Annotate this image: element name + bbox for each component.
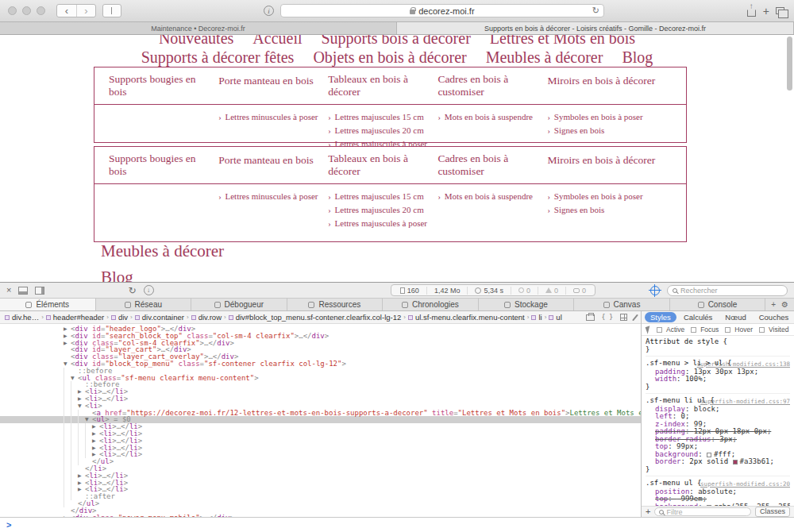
layout-grid-icon[interactable] [620, 314, 627, 321]
inspector-search-input[interactable]: Rechercher [667, 285, 788, 296]
dom-tree-row[interactable]: ▶<li>…</li> [0, 438, 641, 445]
reload-icon[interactable]: ↻ [592, 6, 599, 16]
share-icon[interactable]: ↑ [746, 5, 757, 17]
dom-tree-row[interactable]: ▶<li>…</li> [0, 423, 641, 430]
style-filter-input[interactable]: Filtre [654, 507, 751, 516]
edit-pencil-icon[interactable] [632, 314, 638, 321]
breadcrumb-item[interactable]: ul [549, 313, 561, 322]
mega-menu-item[interactable]: ›Lettres majuscules 20 cm [328, 203, 430, 217]
mega-menu-item[interactable]: ›Mots en bois à suspendre [437, 110, 539, 124]
dock-bottom-icon[interactable] [18, 287, 28, 295]
mega-menu-item[interactable]: ›Symboles en bois à poser [548, 110, 678, 124]
mega-menu-header[interactable]: Miroirs en bois à décorer [548, 154, 656, 167]
css-property[interactable]: padding: 13px 30px 13px; [646, 368, 790, 376]
disclosure-arrow-icon[interactable]: ▶ [64, 340, 71, 347]
disclosure-arrow-icon[interactable]: ▶ [64, 326, 71, 333]
breadcrumb-item[interactable]: header#header [46, 313, 104, 322]
tab-overview-icon[interactable] [776, 7, 784, 14]
css-property[interactable]: padding: 12px 0px 18px 0px; [646, 428, 790, 436]
new-tab-icon[interactable]: + [763, 6, 769, 17]
inspector-tab-canvas[interactable]: Canvas [574, 299, 670, 310]
breadcrumb-item[interactable]: div#block_top_menu.sf-contener.clearfix.… [229, 313, 402, 322]
add-tab-icon[interactable]: + [771, 300, 776, 309]
disclosure-arrow-icon[interactable]: ▶ [78, 472, 85, 480]
mega-menu-item[interactable]: ›Lettres majuscules 15 cm [328, 190, 430, 203]
nav-link[interactable]: Supports à décorer fêtes [141, 48, 295, 67]
css-property[interactable]: border: 2px solid #a33b61; [646, 458, 790, 466]
inspector-tab-chronologies[interactable]: Chronologies [383, 299, 479, 310]
mega-menu-header[interactable]: Tableaux en bois à décorer [328, 152, 430, 178]
inspector-tab-stockage[interactable]: Stockage [479, 299, 575, 310]
mega-menu-item[interactable]: ›Lettres majuscules à poser [328, 217, 430, 230]
mega-menu-item[interactable]: ›Signes en bois [548, 203, 678, 217]
css-property[interactable]: background: #fff; [646, 451, 790, 459]
color-swatch[interactable] [733, 460, 738, 465]
css-property[interactable]: z-index: 99; [646, 421, 790, 429]
css-property[interactable]: width: 100%; [646, 376, 790, 384]
disclosure-arrow-icon[interactable]: ▶ [92, 430, 99, 438]
classes-toggle-button[interactable]: Classes [755, 507, 790, 517]
mega-menu-header[interactable]: Supports bougies en bois [109, 152, 210, 178]
category-link-blog[interactable]: Blog [101, 268, 133, 282]
inspector-tab-ressources[interactable]: Ressources [287, 299, 384, 310]
disclosure-arrow-icon[interactable]: ▶ [92, 423, 99, 430]
inspector-tab-débogueur[interactable]: Débogueur [191, 299, 287, 310]
breadcrumb-item[interactable]: div.row [191, 313, 222, 322]
inspector-tab-console[interactable]: Console [670, 299, 766, 310]
css-property[interactable]: position: absolute; [646, 488, 790, 496]
sidebar-tab-styles[interactable]: Styles [645, 312, 676, 322]
browser-tab-maintenance[interactable]: Maintenance • Decorez-moi.fr [0, 22, 397, 34]
browser-tab-supports[interactable]: Supports en bois à décorer - Loisirs cré… [397, 22, 794, 34]
minimize-window-button[interactable] [22, 6, 31, 15]
back-button[interactable]: ‹ [57, 5, 76, 17]
disclosure-arrow-icon[interactable]: ▶ [64, 333, 71, 340]
dom-tree-row[interactable]: ▶<li>…</li> [0, 445, 641, 452]
print-icon[interactable] [586, 314, 595, 321]
css-property[interactable]: display: block; [646, 406, 790, 414]
nav-link[interactable]: Accueil [252, 35, 302, 48]
nav-link[interactable]: Supports bois à décorer [322, 35, 471, 48]
rule-source-link[interactable]: superfish-modified.css:20 [700, 480, 790, 488]
mega-menu-item[interactable]: ›Mots en bois à suspendre [437, 190, 539, 203]
checkbox-visited[interactable] [759, 327, 765, 333]
mega-menu-item[interactable]: ›Lettres minuscules à poser [218, 110, 320, 124]
sidebar-tab-couches[interactable]: Couches [754, 312, 794, 322]
page-info-icon[interactable]: i [264, 6, 274, 16]
zoom-window-button[interactable] [37, 6, 45, 15]
mega-menu-header[interactable]: Cadres en bois à customiser [437, 73, 539, 98]
breadcrumb-item[interactable]: div.he… [5, 313, 39, 322]
mega-menu-item[interactable]: ›Signes en bois [548, 124, 678, 137]
category-link-meubles[interactable]: Meubles à décorer [101, 241, 224, 261]
disclosure-arrow-icon[interactable]: ▶ [78, 388, 85, 395]
inspector-tab-réseau[interactable]: Réseau [96, 299, 192, 310]
dom-tree-row[interactable]: ▶<div class="power-menu-mobile">…</div> [0, 515, 641, 517]
mega-menu-header[interactable]: Tableaux en bois à décorer [328, 73, 430, 98]
close-inspector-icon[interactable]: × [6, 286, 11, 295]
nav-link[interactable]: Objets en bois à décorer [313, 48, 466, 67]
inspector-tab-éléments[interactable]: Éléments [0, 299, 96, 310]
download-archive-icon[interactable]: ↓ [144, 285, 154, 295]
mega-menu-item[interactable]: ›Symboles en bois à poser [548, 190, 678, 203]
close-window-button[interactable] [8, 6, 17, 15]
dom-tree-row[interactable]: ▶<li>…</li> [0, 430, 641, 438]
disclosure-arrow-icon[interactable]: ▶ [92, 438, 99, 445]
css-property[interactable]: top: -999em; [646, 495, 790, 503]
mega-menu-header[interactable]: Cadres en bois à customiser [437, 152, 539, 178]
sidebar-tab-nœud[interactable]: Nœud [719, 312, 751, 322]
page-scrollbar[interactable] [787, 37, 793, 279]
gear-icon[interactable]: ⚙ [781, 300, 788, 309]
nav-link[interactable]: Lettres et Mots en bois [490, 35, 635, 48]
mega-menu-item[interactable]: ›Lettres majuscules 20 cm [328, 124, 430, 137]
mega-menu-item[interactable]: ›Lettres minuscules à poser [218, 190, 320, 203]
nav-link[interactable]: Meubles à décorer [486, 48, 603, 67]
nav-link[interactable]: Nouveautés [159, 35, 233, 48]
disclosure-arrow-icon[interactable]: ▼ [71, 375, 78, 382]
dock-side-icon[interactable] [35, 287, 44, 295]
console-quick-bar[interactable]: > [0, 517, 794, 532]
mega-menu-header[interactable]: Porte manteau en bois [218, 75, 314, 87]
checkbox-hover[interactable] [725, 327, 730, 333]
element-picker-icon[interactable] [650, 286, 660, 295]
dom-tree-row-selected[interactable]: ▼<ul> = $0 [0, 416, 641, 423]
checkbox-active[interactable] [657, 327, 662, 333]
breadcrumb-item[interactable]: div [111, 313, 128, 322]
